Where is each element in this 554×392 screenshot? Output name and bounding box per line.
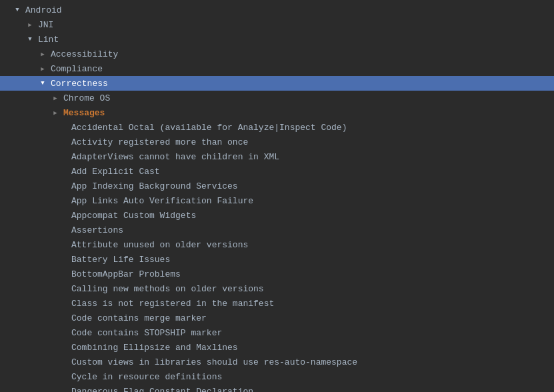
- label-accessibility: Accessibility: [49, 49, 118, 59]
- list-item-label: Assertions: [71, 225, 123, 235]
- list-item[interactable]: Accidental Octal (available for Analyze|…: [0, 120, 554, 135]
- list-item[interactable]: Code contains merge marker: [0, 311, 554, 325]
- list-item[interactable]: Battery Life Issues: [0, 252, 554, 267]
- list-item-label: BottomAppBar Problems: [71, 269, 181, 279]
- arrow-lint: ▼: [25, 35, 35, 44]
- list-item-label: Code contains merge marker: [71, 313, 207, 323]
- list-item[interactable]: Code contains STOPSHIP marker: [0, 325, 554, 340]
- label-jni: JNI: [37, 20, 53, 30]
- label-messages: Messages: [62, 108, 105, 118]
- arrow-android: ▼: [13, 5, 22, 15]
- label-chromeos: Chrome OS: [62, 93, 110, 103]
- tree-container[interactable]: ▼ Android ▶ JNI ▼ Lint ▶ Accessibility: [0, 0, 554, 392]
- list-item[interactable]: Class is not registered in the manifest: [0, 296, 554, 311]
- list-item-label: Activity registered more than once: [71, 137, 248, 147]
- label-android: Android: [24, 5, 62, 15]
- list-item-label: Add Explicit Cast: [71, 167, 160, 177]
- list-item[interactable]: Add Explicit Cast: [0, 164, 554, 179]
- list-item-label: App Indexing Background Services: [71, 181, 238, 191]
- label-compliance: Compliance: [49, 64, 103, 74]
- list-item-label: Custom views in libraries should use res…: [71, 357, 357, 367]
- label-correctness: Correctness: [49, 79, 108, 89]
- list-item-label: Calling new methods on older versions: [71, 284, 264, 294]
- list-item[interactable]: Dangerous Flag Constant Declaration: [0, 384, 554, 392]
- tree-item-chromeos[interactable]: ▶ Chrome OS: [0, 91, 554, 105]
- tree-item-correctness[interactable]: ▼ Correctness: [0, 76, 554, 91]
- list-item-label: App Links Auto Verification Failure: [71, 196, 253, 206]
- tree-item-jni[interactable]: ▶ JNI: [0, 17, 554, 32]
- arrow-accessibility: ▶: [38, 49, 47, 59]
- tree-item-android[interactable]: ▼ Android: [0, 3, 554, 17]
- tree-item-compliance[interactable]: ▶ Compliance: [0, 61, 554, 76]
- list-item-label: Battery Life Issues: [71, 255, 170, 265]
- list-item[interactable]: App Indexing Background Services: [0, 179, 554, 193]
- list-item[interactable]: AdapterViews cannot have children in XML: [0, 149, 554, 164]
- list-item[interactable]: Cycle in resource definitions: [0, 369, 554, 384]
- arrow-chromeos: ▶: [51, 93, 60, 103]
- list-item-label: Attribute unused on older versions: [71, 240, 248, 250]
- list-item-label: Class is not registered in the manifest: [71, 299, 274, 309]
- arrow-jni: ▶: [25, 20, 35, 29]
- list-item[interactable]: Attribute unused on older versions: [0, 237, 554, 252]
- list-item-label: Dangerous Flag Constant Declaration: [71, 387, 253, 393]
- arrow-compliance: ▶: [38, 64, 47, 73]
- list-item[interactable]: Appcompat Custom Widgets: [0, 208, 554, 223]
- list-item-label: Accidental Octal (available for Analyze|…: [71, 123, 347, 133]
- tree-item-messages[interactable]: ▶ Messages: [0, 105, 554, 120]
- list-item[interactable]: BottomAppBar Problems: [0, 267, 554, 281]
- arrow-correctness: ▼: [38, 79, 47, 88]
- list-item-label: Combining Ellipsize and Maxlines: [71, 343, 238, 353]
- list-item[interactable]: App Links Auto Verification Failure: [0, 193, 554, 208]
- list-item[interactable]: Activity registered more than once: [0, 135, 554, 149]
- label-lint: Lint: [37, 35, 59, 45]
- list-item[interactable]: Custom views in libraries should use res…: [0, 355, 554, 369]
- list-item-label: AdapterViews cannot have children in XML: [71, 152, 279, 162]
- list-item[interactable]: Assertions: [0, 223, 554, 237]
- list-item-label: Code contains STOPSHIP marker: [71, 328, 222, 338]
- tree-item-lint[interactable]: ▼ Lint: [0, 32, 554, 47]
- arrow-messages: ▶: [51, 108, 60, 117]
- list-item[interactable]: Combining Ellipsize and Maxlines: [0, 340, 554, 355]
- tree-item-accessibility[interactable]: ▶ Accessibility: [0, 47, 554, 61]
- list-item-label: Appcompat Custom Widgets: [71, 211, 196, 221]
- list-item-label: Cycle in resource definitions: [71, 372, 222, 382]
- list-item[interactable]: Calling new methods on older versions: [0, 281, 554, 296]
